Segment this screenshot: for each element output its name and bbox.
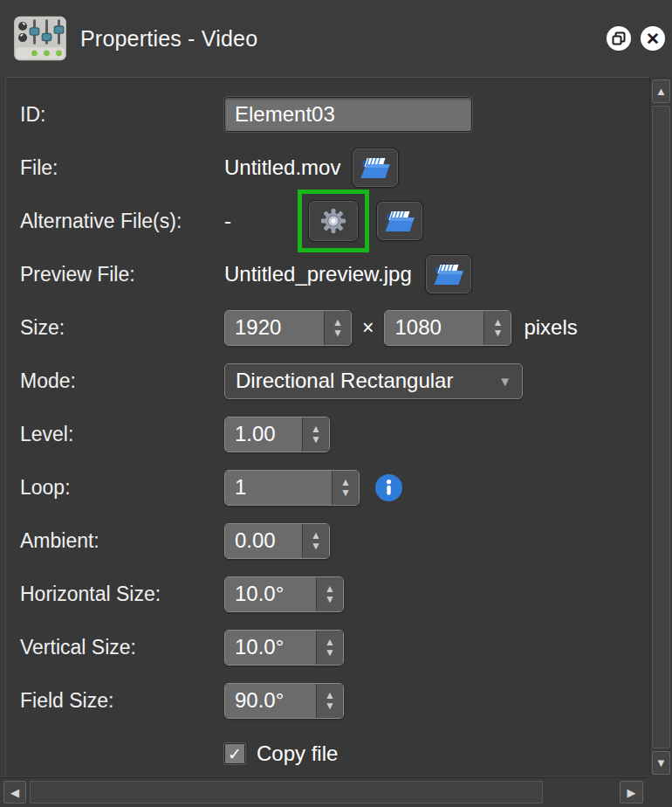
scrollbar-corner (649, 777, 672, 807)
horizontal-scrollbar[interactable]: ◀ ▶ (0, 777, 649, 807)
properties-panel-icon (12, 14, 68, 63)
alternative-files-value: - (224, 209, 231, 233)
loop-info-button[interactable] (375, 474, 402, 501)
close-icon: ✕ (646, 29, 660, 49)
level-spinner[interactable]: 1.00 ▲ ▼ (224, 417, 330, 452)
spin-up-icon[interactable]: ▲ (311, 531, 321, 540)
spin-down-icon[interactable]: ▼ (492, 328, 503, 337)
mode-label: Mode: (20, 369, 224, 393)
size-width-spin-buttons[interactable]: ▲ ▼ (324, 311, 351, 345)
size-unit-label: pixels (524, 315, 577, 340)
horizontal-size-spin-buttons[interactable]: ▲ ▼ (316, 577, 343, 611)
spin-up-icon[interactable]: ▲ (340, 478, 351, 486)
preview-file-browse-button[interactable] (426, 255, 471, 293)
spin-up-icon[interactable]: ▲ (333, 318, 343, 327)
loop-value[interactable]: 1 (225, 471, 332, 505)
row-size: Size: 1920 ▲ ▼ × 1080 ▲ ▼ pixels (20, 308, 649, 347)
spin-down-icon[interactable]: ▼ (333, 328, 343, 337)
size-width-spinner[interactable]: 1920 ▲ ▼ (224, 310, 352, 346)
row-id: ID: (20, 95, 649, 134)
horizontal-scrollbar-thumb[interactable] (30, 781, 543, 804)
mode-selected-value: Directional Rectangular (236, 369, 453, 393)
spin-down-icon[interactable]: ▼ (325, 595, 335, 604)
spin-up-icon[interactable]: ▲ (325, 584, 335, 593)
close-button[interactable]: ✕ (641, 26, 665, 51)
spin-down-icon[interactable]: ▼ (311, 435, 321, 444)
row-field-size: Field Size: 90.0° ▲ ▼ (20, 681, 649, 720)
ambient-value[interactable]: 0.00 (225, 524, 302, 558)
alternative-files-settings-button[interactable] (309, 201, 358, 241)
row-alternative-files: Alternative File(s): - (20, 202, 649, 240)
scroll-down-icon: ▼ (655, 756, 667, 769)
info-icon (375, 474, 402, 501)
scroll-up-icon: ▲ (655, 85, 667, 98)
scroll-left-button[interactable]: ◀ (3, 781, 26, 804)
level-label: Level: (20, 423, 224, 446)
vertical-scrollbar[interactable]: ▲ ▼ (649, 77, 672, 777)
window-title: Properties - Video (80, 0, 257, 77)
vertical-size-value[interactable]: 10.0° (225, 631, 316, 665)
spin-down-icon[interactable]: ▼ (325, 648, 335, 657)
loop-label: Loop: (20, 476, 224, 500)
overlapping-squares-icon (612, 31, 626, 45)
checkmark-icon: ✓ (228, 744, 242, 764)
copy-file-label: Copy file (257, 741, 338, 766)
id-input[interactable] (224, 97, 472, 132)
float-window-button[interactable] (607, 26, 631, 51)
properties-form: ID: File: Untitled.mov Alternative File(… (5, 77, 649, 776)
row-level: Level: 1.00 ▲ ▼ (20, 415, 649, 453)
scroll-up-button[interactable]: ▲ (652, 79, 670, 103)
annotation-highlight-box (298, 190, 369, 252)
vertical-scrollbar-thumb[interactable] (652, 106, 670, 748)
scroll-left-icon: ◀ (10, 786, 19, 799)
horizontal-size-value[interactable]: 10.0° (225, 577, 316, 611)
spin-down-icon[interactable]: ▼ (340, 488, 351, 497)
field-size-value[interactable]: 90.0° (225, 684, 316, 718)
preview-file-label: Preview File: (20, 263, 224, 286)
row-copy-file: ✓ Copy file (20, 735, 649, 773)
vertical-size-spinner[interactable]: 10.0° ▲ ▼ (224, 630, 344, 666)
size-height-value[interactable]: 1080 (385, 311, 483, 345)
row-horizontal-size: Horizontal Size: 10.0° ▲ ▼ (20, 575, 649, 613)
spin-down-icon[interactable]: ▼ (325, 701, 335, 710)
loop-spin-buttons[interactable]: ▲ ▼ (332, 471, 359, 505)
size-separator: × (362, 316, 374, 340)
spin-down-icon[interactable]: ▼ (311, 541, 321, 550)
spin-up-icon[interactable]: ▲ (311, 424, 321, 433)
size-height-spinner[interactable]: 1080 ▲ ▼ (384, 310, 511, 346)
preview-file-value: Untitled_preview.jpg (224, 262, 412, 286)
level-value[interactable]: 1.00 (225, 417, 302, 452)
spin-up-icon[interactable]: ▲ (492, 318, 503, 327)
scroll-right-button[interactable]: ▶ (620, 781, 643, 804)
spin-up-icon[interactable]: ▲ (325, 638, 335, 646)
field-size-spin-buttons[interactable]: ▲ ▼ (316, 684, 343, 718)
spin-up-icon[interactable]: ▲ (325, 691, 335, 700)
open-folder-icon (360, 156, 391, 180)
file-browse-button[interactable] (353, 148, 398, 187)
vertical-size-spin-buttons[interactable]: ▲ ▼ (316, 631, 343, 665)
gear-icon (319, 207, 347, 235)
size-label: Size: (20, 316, 224, 340)
field-size-spinner[interactable]: 90.0° ▲ ▼ (224, 683, 344, 719)
ambient-spinner[interactable]: 0.00 ▲ ▼ (224, 523, 330, 559)
open-folder-icon (433, 263, 464, 286)
horizontal-size-label: Horizontal Size: (20, 583, 224, 606)
scroll-down-button[interactable]: ▼ (652, 751, 670, 775)
horizontal-size-spinner[interactable]: 10.0° ▲ ▼ (224, 576, 344, 612)
open-folder-icon (384, 210, 415, 233)
level-spin-buttons[interactable]: ▲ ▼ (302, 417, 329, 452)
id-label: ID: (20, 103, 224, 127)
alternative-files-browse-button[interactable] (377, 202, 422, 240)
size-height-spin-buttons[interactable]: ▲ ▼ (483, 311, 511, 345)
mode-dropdown[interactable]: Directional Rectangular ▼ (224, 363, 523, 399)
alternative-files-label: Alternative File(s): (20, 210, 224, 233)
row-file: File: Untitled.mov (20, 148, 649, 187)
titlebar: Properties - Video ✕ (0, 0, 672, 77)
ambient-spin-buttons[interactable]: ▲ ▼ (302, 524, 329, 558)
copy-file-checkbox[interactable]: ✓ (224, 743, 245, 764)
field-size-label: Field Size: (20, 689, 224, 713)
size-width-value[interactable]: 1920 (225, 311, 324, 345)
ambient-label: Ambient: (20, 529, 224, 553)
loop-spinner[interactable]: 1 ▲ ▼ (224, 470, 360, 506)
scroll-right-icon: ▶ (627, 786, 636, 799)
